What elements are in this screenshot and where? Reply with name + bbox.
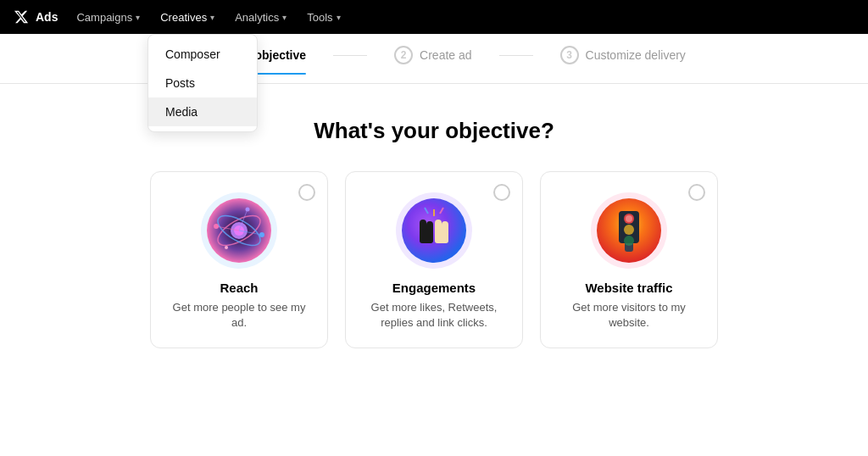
dropdown-composer[interactable]: Composer	[148, 40, 257, 69]
svg-point-30	[624, 236, 634, 246]
step-create-ad[interactable]: 2 Create ad	[394, 46, 471, 75]
campaigns-chevron-icon: ▾	[136, 13, 140, 22]
step-customize-delivery[interactable]: 3 Customize delivery	[560, 46, 686, 75]
creatives-label: Creatives	[160, 11, 207, 24]
card-traffic-title: Website traffic	[585, 281, 672, 295]
svg-rect-16	[420, 220, 426, 230]
nav-campaigns[interactable]: Campaigns ▾	[68, 6, 148, 29]
card-engagements-desc: Get more likes, Retweets, replies and li…	[359, 300, 509, 331]
card-engagements-radio[interactable]	[493, 184, 510, 201]
step2-number: 2	[394, 46, 413, 64]
tools-label: Tools	[307, 11, 332, 24]
step2-label: Create ad	[420, 48, 471, 62]
tools-chevron-icon: ▾	[337, 13, 341, 22]
nav-tools[interactable]: Tools ▾	[298, 6, 348, 29]
engagements-icon	[396, 192, 472, 269]
svg-point-9	[225, 246, 228, 249]
nav-logo[interactable]: Ads	[14, 9, 58, 25]
creatives-chevron-icon: ▾	[210, 13, 214, 22]
card-traffic-desc: Get more visitors to my website.	[554, 300, 704, 331]
ads-label: Ads	[36, 10, 58, 24]
svg-rect-17	[426, 221, 433, 230]
card-reach-desc: Get more people to see my ad.	[164, 300, 314, 331]
creatives-dropdown: Composer Posts Media	[147, 34, 258, 132]
main-content: What's your objective?	[0, 84, 868, 365]
svg-rect-19	[435, 220, 442, 230]
analytics-label: Analytics	[235, 11, 279, 24]
card-engagements[interactable]: Engagements Get more likes, Retweets, re…	[345, 171, 523, 348]
svg-rect-20	[442, 221, 448, 230]
steps-bar: 1 Choose objective 2 Create ad 3 Customi…	[0, 34, 868, 84]
card-reach-title: Reach	[220, 281, 258, 295]
analytics-chevron-icon: ▾	[282, 13, 287, 22]
objective-cards: Reach Get more people to see my ad.	[150, 171, 718, 348]
page-title: What's your objective?	[314, 118, 554, 144]
dropdown-posts[interactable]: Posts	[148, 69, 257, 97]
x-logo-icon	[14, 9, 29, 25]
card-website-traffic[interactable]: Website traffic Get more visitors to my …	[540, 171, 718, 348]
traffic-icon	[591, 192, 667, 269]
card-engagements-title: Engagements	[392, 281, 476, 295]
svg-point-31	[626, 215, 632, 222]
navbar: Ads Campaigns ▾ Creatives ▾ Analytics ▾ …	[0, 0, 868, 34]
dropdown-media[interactable]: Media	[148, 97, 257, 126]
step3-number: 3	[560, 46, 579, 64]
svg-point-14	[402, 198, 466, 263]
step3-label: Customize delivery	[586, 48, 686, 62]
card-reach[interactable]: Reach Get more people to see my ad.	[150, 171, 328, 348]
nav-creatives[interactable]: Creatives ▾	[152, 6, 223, 29]
svg-point-29	[624, 225, 634, 235]
card-reach-radio[interactable]	[298, 184, 315, 201]
step-separator-1	[333, 55, 367, 56]
nav-analytics[interactable]: Analytics ▾	[226, 6, 295, 29]
campaigns-label: Campaigns	[76, 11, 132, 24]
reach-icon	[201, 192, 277, 269]
card-traffic-radio[interactable]	[688, 184, 705, 201]
step-separator-2	[499, 55, 533, 56]
